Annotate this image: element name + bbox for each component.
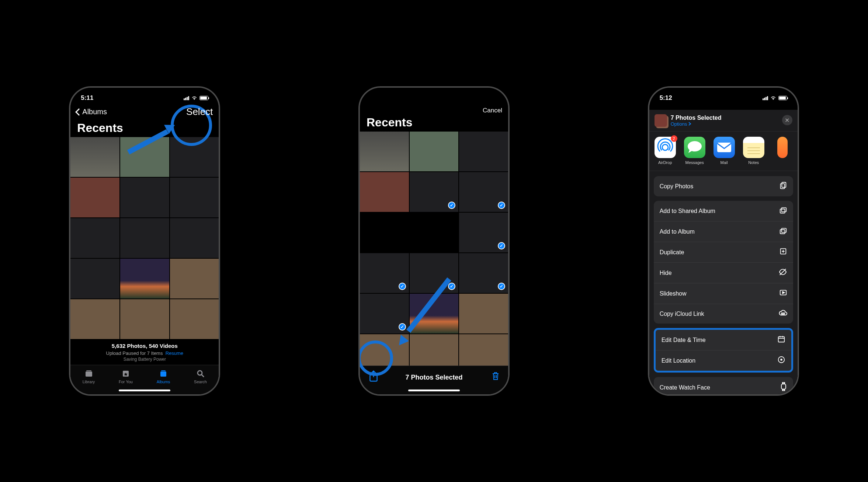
app-more[interactable] — [772, 137, 792, 165]
svg-rect-32 — [782, 383, 785, 384]
shared-album-icon — [779, 206, 787, 216]
photo-cell[interactable] — [360, 172, 409, 212]
clock: 5:12 — [660, 94, 672, 102]
photo-count: 5,632 Photos, 540 Videos — [70, 339, 219, 349]
svg-rect-9 — [717, 143, 731, 152]
svg-rect-33 — [782, 390, 785, 391]
photo-cell[interactable] — [120, 299, 169, 339]
photo-cell[interactable] — [410, 132, 459, 171]
action-edit-date-time[interactable]: Edit Date & Time — [656, 330, 791, 350]
wifi-icon — [191, 96, 197, 100]
photo-cell[interactable] — [70, 137, 119, 177]
photo-cell[interactable] — [459, 213, 508, 252]
photo-cell[interactable] — [70, 218, 119, 258]
close-button[interactable]: ✕ — [782, 115, 792, 125]
action-hide[interactable]: Hide — [654, 263, 793, 283]
action-edit-location[interactable]: Edit Location — [656, 350, 791, 371]
svg-rect-25 — [778, 337, 784, 342]
options-link[interactable]: Options — [671, 121, 722, 127]
share-apps-row[interactable]: 2 AirDrop Messages Mail — [649, 131, 798, 171]
action-copy-photos[interactable]: Copy Photos — [654, 176, 793, 196]
duplicate-icon — [779, 247, 787, 257]
tab-library[interactable]: Library — [83, 369, 95, 384]
photo-cell[interactable] — [170, 259, 219, 298]
svg-rect-18 — [781, 228, 786, 233]
select-button[interactable]: Select — [186, 106, 213, 118]
svg-rect-14 — [780, 184, 784, 189]
share-actions: Copy Photos Add to Shared Album Add to A… — [649, 171, 798, 394]
app-notes[interactable]: Notes — [743, 137, 764, 165]
photo-cell[interactable] — [170, 178, 219, 217]
cancel-button[interactable]: Cancel — [483, 107, 502, 114]
selection-count: 7 Photos Selected — [405, 374, 462, 387]
photo-cell[interactable] — [70, 178, 119, 217]
share-sheet: 7 Photos Selected Options ✕ 2 AirDrop — [649, 110, 798, 394]
selection-count-label: 7 Photos Selected — [671, 115, 722, 121]
phone-1: 5:11 Albums Select Recents — [69, 86, 220, 396]
tab-albums[interactable]: Albums — [157, 369, 170, 384]
badge: 2 — [671, 135, 677, 142]
notch — [111, 88, 178, 99]
cell-signal-icon — [184, 96, 189, 100]
copy-icon — [779, 181, 787, 191]
clock: 5:11 — [81, 94, 93, 102]
app-mail[interactable]: Mail — [714, 137, 735, 165]
wifi-icon — [770, 96, 776, 100]
photo-cell[interactable] — [170, 218, 219, 258]
photo-cell[interactable] — [459, 253, 508, 293]
photo-cell[interactable] — [170, 299, 219, 339]
photo-cell[interactable] — [459, 172, 508, 212]
notch — [401, 88, 467, 99]
action-slideshow[interactable]: Slideshow — [654, 283, 793, 304]
home-indicator[interactable] — [119, 390, 170, 391]
tab-search[interactable]: Search — [194, 369, 207, 384]
svg-rect-1 — [86, 370, 91, 371]
selection-thumbnail — [655, 114, 667, 127]
svg-line-6 — [202, 375, 204, 377]
chevron-left-icon — [75, 108, 83, 116]
tab-for-you[interactable]: For You — [119, 369, 133, 384]
battery-icon — [778, 96, 787, 100]
annotation-arrow — [126, 125, 174, 154]
notes-icon — [743, 137, 764, 158]
battery-icon — [199, 96, 208, 100]
action-add-shared-album[interactable]: Add to Shared Album — [654, 201, 793, 221]
svg-rect-17 — [780, 230, 785, 234]
svg-rect-4 — [161, 370, 166, 371]
mail-icon — [714, 137, 735, 158]
app-messages[interactable]: Messages — [684, 137, 705, 165]
svg-rect-0 — [86, 371, 92, 377]
svg-point-23 — [783, 313, 785, 314]
search-icon — [196, 369, 205, 378]
svg-rect-3 — [160, 371, 166, 377]
photo-cell[interactable] — [120, 259, 169, 298]
back-to-albums-button[interactable]: Albums — [76, 108, 107, 116]
svg-rect-13 — [782, 182, 786, 188]
home-indicator[interactable] — [408, 390, 460, 391]
upload-status: Upload Paused for 7 Items Resume — [70, 349, 219, 356]
photo-grid — [70, 137, 219, 339]
svg-rect-15 — [780, 209, 785, 213]
svg-point-22 — [781, 313, 783, 314]
photo-cell[interactable] — [410, 172, 459, 212]
photo-cell[interactable] — [70, 259, 119, 298]
photo-cell[interactable] — [70, 299, 119, 339]
slideshow-icon — [779, 289, 787, 298]
selection-check-icon — [448, 283, 455, 290]
back-label: Albums — [82, 108, 107, 116]
photo-cell[interactable] — [120, 218, 169, 258]
hide-icon — [778, 268, 787, 278]
album-icon — [779, 227, 787, 237]
photo-cell[interactable] — [360, 132, 409, 171]
action-create-watch-face[interactable]: Create Watch Face — [654, 377, 793, 394]
photo-cell[interactable] — [459, 294, 508, 333]
photo-cell[interactable] — [120, 178, 169, 217]
app-airdrop[interactable]: 2 AirDrop — [655, 137, 676, 165]
delete-button[interactable] — [491, 371, 500, 383]
resume-link[interactable]: Resume — [166, 350, 183, 356]
photo-cell[interactable] — [459, 132, 508, 171]
action-duplicate[interactable]: Duplicate — [654, 242, 793, 263]
app-icon — [777, 137, 788, 158]
action-copy-icloud-link[interactable]: Copy iCloud Link — [654, 304, 793, 324]
action-add-album[interactable]: Add to Album — [654, 221, 793, 242]
